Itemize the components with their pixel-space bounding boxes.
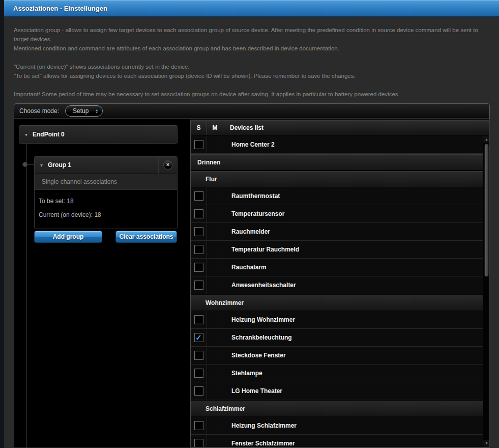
multi-association-cell (207, 435, 223, 447)
divider (158, 157, 159, 174)
device-checkbox[interactable] (194, 263, 203, 272)
add-group-button[interactable]: Add group (34, 231, 102, 243)
device-row[interactable]: Home Center 2 (191, 136, 490, 154)
endpoint-label: EndPoint 0 (33, 131, 65, 138)
section-name: Flur (191, 176, 217, 183)
single-association-cell: ✓ (191, 329, 207, 346)
device-name: LG Home Theater (223, 382, 490, 400)
multi-association-cell (207, 241, 223, 258)
to-be-set-value: To be set: 18 (39, 195, 177, 209)
device-row[interactable]: Raumthermostat (191, 187, 490, 205)
intro-paragraph: "To be set" allows for assigning devices… (14, 71, 487, 80)
device-name: Anwesenheitsschalter (223, 276, 490, 294)
chevron-down-icon[interactable]: ▾ (25, 132, 27, 137)
device-checkbox[interactable] (194, 351, 203, 360)
device-name: Rauchmelder (223, 223, 490, 240)
device-row[interactable]: Fenster Schlafzimmer (191, 435, 490, 447)
intro-paragraph: Important! Some period of time may be ne… (14, 90, 487, 99)
device-name: Schrankbeleuchtung (223, 329, 490, 346)
device-name: Temperatursensor (223, 205, 490, 222)
device-name: Fenster Schlafzimmer (223, 435, 490, 447)
mode-select[interactable]: Setup ▴▾ (65, 105, 103, 117)
device-name: Heizung Schlafzimmer (223, 417, 490, 434)
column-header-devices-list: Devices list (223, 120, 490, 135)
device-row[interactable]: Stehlampe (191, 365, 490, 382)
intro-paragraph: Association group - allows to assign few… (14, 25, 487, 44)
endpoint-header[interactable]: ▾ EndPoint 0 (19, 125, 178, 144)
single-association-cell (191, 435, 207, 447)
group-label: Group 1 (48, 161, 71, 169)
device-checkbox[interactable] (194, 191, 203, 201)
device-row[interactable]: Heizung Wohnzimmer (191, 311, 490, 329)
device-name: Temperatur Rauchmeld (223, 241, 490, 258)
associations-content: ▾ EndPoint 0 ▾ Group 1 × Single channel … (14, 119, 490, 448)
device-checkbox[interactable] (194, 227, 203, 236)
group-header[interactable]: ▾ Group 1 × (35, 157, 177, 174)
multi-association-cell (207, 187, 223, 205)
device-row[interactable]: Temperatur Rauchmeld (191, 241, 490, 259)
close-group-button[interactable]: × (163, 160, 172, 170)
device-row[interactable]: LG Home Theater (191, 382, 490, 400)
device-checkbox[interactable] (194, 140, 203, 149)
column-header-single: S (191, 120, 207, 135)
multi-association-cell (207, 205, 223, 222)
device-name: Stehlampe (223, 365, 490, 382)
device-name: Heizung Wohnzimmer (223, 311, 490, 328)
single-association-cell (191, 259, 207, 276)
section-row: Flur (191, 171, 490, 187)
tree-connector-line (27, 164, 34, 165)
scroll-up-icon[interactable]: ▴ (483, 136, 490, 143)
associations-settings-dialog: Assoziationen - Einstellungen Associatio… (4, 0, 499, 448)
device-checkbox[interactable] (194, 315, 203, 324)
group-actions: Add group Clear associations (34, 231, 177, 243)
multi-association-cell (207, 365, 223, 382)
devices-scrollbar[interactable]: ▴ ▾ (483, 136, 489, 446)
device-row[interactable]: Steckdose Fenster (191, 347, 490, 365)
section-name: Drinnen (191, 159, 220, 166)
device-checkbox[interactable] (194, 386, 203, 396)
single-association-cell (191, 187, 207, 205)
choose-mode-label: Choose mode: (19, 107, 59, 115)
intro-text: Association group - allows to assign few… (14, 25, 487, 99)
device-row[interactable]: ✓ Schrankbeleuchtung (191, 329, 490, 347)
dialog-title: Assoziationen - Einstellungen (13, 5, 107, 12)
device-checkbox[interactable] (194, 281, 203, 290)
group-subtitle: Single channel associations (35, 174, 177, 190)
devices-table-header: S M Devices list (191, 120, 490, 135)
section-name: Schlafzimmer (191, 405, 245, 412)
tree-connector-line (26, 144, 27, 447)
device-checkbox[interactable] (194, 421, 203, 430)
device-checkbox[interactable] (194, 245, 203, 254)
multi-association-cell (207, 136, 223, 153)
intro-paragraph: "Current (on device)" shows associations… (14, 62, 487, 71)
device-row[interactable]: Heizung Schlafzimmer (191, 417, 490, 435)
clear-associations-button[interactable]: Clear associations (115, 231, 177, 243)
multi-association-cell (207, 329, 223, 346)
single-association-cell (191, 223, 207, 240)
device-name: Raumthermostat (223, 187, 490, 205)
scroll-down-icon[interactable]: ▾ (483, 440, 490, 446)
multi-association-cell (207, 382, 223, 400)
single-association-cell (191, 205, 207, 222)
device-row[interactable]: Rauchalarm (191, 259, 490, 276)
device-checkbox[interactable] (194, 209, 203, 218)
check-icon: ✓ (195, 333, 202, 342)
device-checkbox[interactable] (194, 439, 203, 447)
device-name: Steckdose Fenster (223, 347, 490, 364)
multi-association-cell (207, 223, 223, 240)
mode-bar: Choose mode: Setup ▴▾ (14, 103, 490, 119)
scrollbar-thumb[interactable] (484, 144, 489, 277)
device-row[interactable]: Temperatursensor (191, 205, 490, 223)
column-header-multi: M (207, 120, 223, 135)
device-checkbox[interactable] (194, 369, 203, 378)
chevron-down-icon[interactable]: ▾ (40, 162, 43, 168)
single-association-cell (191, 347, 207, 364)
device-name: Home Center 2 (223, 136, 490, 153)
device-row[interactable]: Rauchmelder (191, 223, 490, 241)
mode-select-value: Setup (73, 107, 89, 115)
device-row[interactable]: Anwesenheitsschalter (191, 276, 490, 294)
single-association-cell (191, 276, 207, 294)
section-name: Wohnzimmer (191, 299, 244, 306)
device-checkbox[interactable]: ✓ (194, 333, 203, 342)
group-values: To be set: 18 Current (on device): 18 (35, 190, 177, 229)
